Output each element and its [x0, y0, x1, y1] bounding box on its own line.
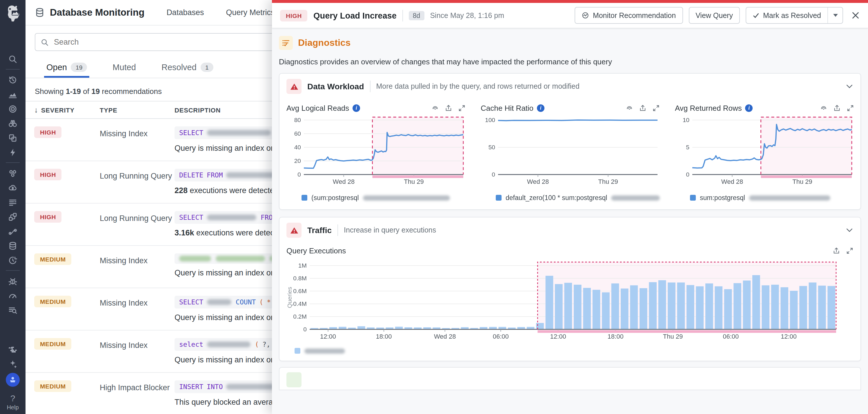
sidebar-events-icon[interactable] — [5, 145, 21, 159]
svg-text:18:00: 18:00 — [608, 333, 624, 340]
severity-badge: HIGH — [34, 211, 62, 223]
severity-badge: MEDIUM — [34, 380, 72, 392]
table-row[interactable]: HIGHLong Running QuerySELECTFROM(S3.16k … — [26, 203, 272, 246]
sidebar-performance-gauge-icon[interactable] — [5, 288, 21, 303]
svg-text:0.6M: 0.6M — [293, 288, 307, 294]
bits-ai-icon[interactable] — [6, 373, 20, 387]
expand-icon[interactable] — [846, 247, 854, 255]
table-row[interactable]: HIGHLong Running QueryDELETEFROM228 exec… — [26, 161, 272, 203]
diagnostics-icon — [279, 36, 293, 50]
svg-text:Wed 28: Wed 28 — [527, 178, 549, 185]
table-row[interactable]: MEDIUMHigh Impact BlockerINSERTINTOThis … — [26, 373, 272, 414]
redacted-text — [611, 195, 660, 200]
avg-logical-reads-chart-panel: Avg Logical Readsi020406080Wed 28Thu 29(… — [286, 100, 466, 202]
tab-open[interactable]: Open19 — [46, 63, 87, 78]
snapshot-icon[interactable] — [820, 104, 828, 112]
monitor-recommendation-button[interactable]: Monitor Recommendation — [575, 7, 683, 24]
sidebar-cloud-cost-icon[interactable] — [5, 180, 21, 195]
legend-swatch — [302, 195, 307, 201]
recommendation-type: Long Running Query — [100, 211, 175, 245]
sidebar-sparkles-icon[interactable] — [5, 357, 21, 371]
sidebar-security-bug-icon[interactable] — [5, 274, 21, 288]
expand-icon[interactable] — [652, 104, 660, 112]
avg-returned-rows-chart[interactable]: 0510Wed 28Thu 29 — [675, 116, 854, 190]
sidebar-metrics-icon[interactable] — [5, 87, 21, 101]
card-subtitle: More data pulled in by the query, and ro… — [376, 82, 580, 91]
legend-label: sum:postgresql — [700, 194, 745, 201]
export-icon[interactable] — [833, 247, 840, 255]
nav-databases[interactable]: Databases — [166, 8, 204, 17]
datadog-logo[interactable] — [3, 3, 22, 23]
sidebar-infrastructure-icon[interactable] — [5, 166, 21, 180]
sidebar-watchdog-icon[interactable] — [5, 101, 21, 116]
sidebar-search-icon[interactable] — [5, 52, 21, 66]
resolve-options-dropdown[interactable] — [828, 7, 842, 23]
table-row[interactable]: MEDIUMMissing Indexselect(?,houQuery is … — [26, 330, 272, 373]
recommendation-type: Missing Index — [100, 338, 175, 372]
sidebar-history-icon[interactable] — [5, 72, 21, 87]
chart-title: Avg Returned Rows — [675, 103, 742, 112]
legend-label: default_zero(100 * sum:postgresql — [506, 194, 607, 201]
column-severity[interactable]: SEVERITY — [41, 106, 74, 114]
svg-text:Thu 29: Thu 29 — [663, 333, 683, 340]
snapshot-icon[interactable] — [431, 104, 439, 112]
help-button[interactable]: ? Help — [7, 393, 19, 411]
sidebar-apm-icon[interactable] — [5, 209, 21, 224]
table-row[interactable]: MEDIUMMissing IndexQuery is missing an i… — [26, 246, 272, 288]
traffic-card: Traffic Increase in query executions Que… — [279, 217, 861, 361]
card-title: Traffic — [307, 226, 332, 235]
card-title: Data Workload — [307, 82, 364, 91]
chevron-down-icon — [845, 82, 854, 91]
column-type[interactable]: TYPE — [100, 106, 175, 114]
chart-legend: (sum:postgresql — [302, 194, 466, 201]
nav-query-metrics[interactable]: Query Metrics — [226, 8, 272, 17]
svg-text:20: 20 — [294, 157, 301, 164]
caret-down-icon — [833, 14, 838, 17]
avg-logical-reads-chart[interactable]: 020406080Wed 28Thu 29 — [286, 116, 466, 190]
mark-as-resolved-button[interactable]: Mark as Resolved — [746, 7, 828, 23]
redacted-text — [207, 299, 231, 305]
app-header: Database Monitoring Databases Query Metr… — [26, 0, 272, 26]
sidebar-dashboards-icon[interactable] — [5, 130, 21, 145]
close-icon — [851, 11, 860, 20]
recommendation-type: Long Running Query — [100, 169, 175, 203]
export-icon[interactable] — [445, 104, 452, 112]
redacted-text — [304, 348, 345, 353]
info-icon[interactable]: i — [352, 104, 360, 112]
snapshot-icon[interactable] — [626, 104, 633, 112]
info-icon[interactable]: i — [537, 104, 545, 112]
column-description[interactable]: DESCRIPTION — [175, 106, 221, 114]
sidebar-service-map-icon[interactable] — [5, 224, 21, 238]
cache-hit-ratio-chart[interactable]: 050100Wed 28Thu 29 — [481, 116, 660, 190]
search-input[interactable] — [53, 37, 227, 47]
expand-icon[interactable] — [846, 104, 854, 112]
recommendation-description: This query blocked an average of — [175, 398, 272, 407]
info-icon[interactable]: i — [745, 104, 753, 112]
collapse-card-button[interactable] — [845, 82, 854, 91]
sidebar-log-search-icon[interactable] — [5, 303, 21, 317]
svg-text:Thu 29: Thu 29 — [598, 178, 618, 185]
redacted-text — [226, 384, 272, 390]
sidebar-integrations-puzzle-icon[interactable] — [5, 342, 21, 357]
card-subtitle: Increase in query executions — [344, 226, 436, 234]
collapse-card-button[interactable] — [845, 226, 854, 234]
table-row[interactable]: MEDIUMMissing IndexSELECTCOUNT(*)Query i… — [26, 288, 272, 330]
view-query-button[interactable]: View Query — [688, 7, 740, 24]
svg-text:12:00: 12:00 — [781, 333, 797, 340]
query-executions-chart[interactable]: 00.2M0.4M0.6M0.8M1MQueries12:0018:00Wed … — [286, 257, 855, 343]
expand-icon[interactable] — [458, 104, 466, 112]
chart-legend: default_zero(100 * sum:postgresql — [496, 194, 660, 201]
sidebar-logs-icon[interactable] — [5, 195, 21, 209]
sort-descending-icon[interactable]: ↓ — [34, 105, 38, 114]
close-panel-button[interactable] — [851, 11, 860, 20]
sidebar-ci-icon[interactable] — [5, 253, 21, 267]
diagnostics-subtitle: Diagnostics provides an overview of chan… — [279, 57, 861, 66]
sidebar-database-icon[interactable] — [5, 238, 21, 253]
table-row[interactable]: HIGHMissing IndexSELECTQuery is missing … — [26, 119, 272, 161]
sidebar-binoculars-icon[interactable] — [5, 116, 21, 130]
export-icon[interactable] — [639, 104, 647, 112]
tab-muted[interactable]: Muted — [113, 63, 136, 78]
export-icon[interactable] — [833, 104, 841, 112]
svg-text:50: 50 — [489, 144, 495, 151]
tab-resolved[interactable]: Resolved1 — [161, 63, 213, 78]
